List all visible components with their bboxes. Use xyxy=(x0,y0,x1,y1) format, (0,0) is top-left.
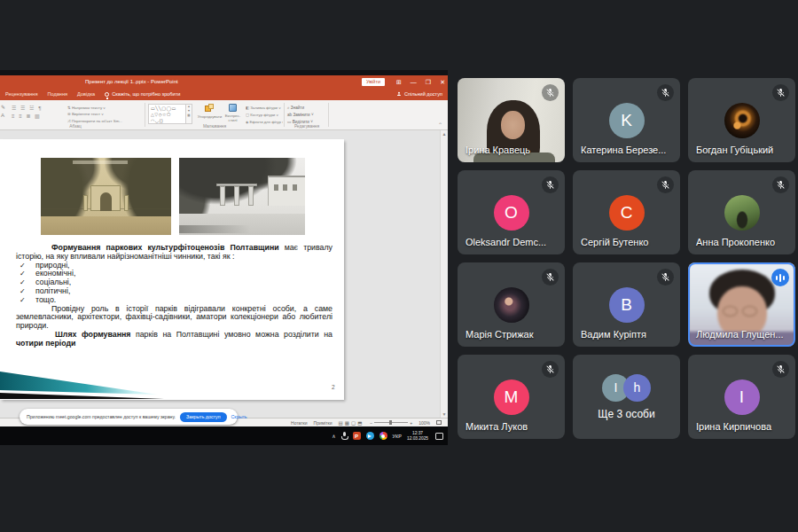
meet-call-window: Презент до лекції 1..pptx - PowerPoint У… xyxy=(0,0,798,532)
screen-share-notification: Приложению meet.google.com предоставлен … xyxy=(20,409,238,425)
powerpoint-menubar: Рецензування Подання Довідка Скажіть, що… xyxy=(0,88,448,100)
notes-button[interactable]: Нотатки xyxy=(291,420,307,426)
restore-icon[interactable]: ❐ xyxy=(426,79,431,85)
screen-share-tile: Презент до лекції 1..pptx - PowerPoint У… xyxy=(0,70,448,445)
language-indicator[interactable]: УКР xyxy=(393,434,402,439)
participant-name: Сергій Бутенко xyxy=(581,237,648,247)
shape-format-buttons[interactable]: ◧ Заливка фігури ˅ ▢ Контур фігури ˅ ◈ Е… xyxy=(246,105,283,125)
collapse-ribbon-icon[interactable]: ⌃ xyxy=(438,121,442,128)
tab-help[interactable]: Довідка xyxy=(77,91,95,97)
avatar: I xyxy=(724,379,760,415)
slide-photo-park-entrance xyxy=(179,158,305,235)
tellme-box[interactable]: Скажіть, що потрібно зробити xyxy=(105,91,180,97)
participant-tile[interactable]: Ірина Кравець xyxy=(458,78,565,162)
minimize-icon[interactable]: — xyxy=(411,79,417,85)
zoom-slider[interactable]: −+ xyxy=(370,420,412,426)
participant-tile[interactable]: B Вадим Куріптя xyxy=(573,262,680,347)
mic-off-icon xyxy=(772,176,789,193)
participant-name: Ірина Кравець xyxy=(466,145,530,155)
tray-powerpoint-icon[interactable]: P xyxy=(353,432,361,440)
participant-tile[interactable]: Марія Стрижак xyxy=(458,262,565,347)
paragraph-icons[interactable]: ☰ ☰ ☱ ¶≡ ≡ ≣ ▥ xyxy=(12,105,65,121)
avatar: C xyxy=(609,195,645,231)
participant-name: Катерина Березе... xyxy=(581,145,666,155)
participant-tile[interactable]: M Микита Луков xyxy=(458,355,565,439)
tray-browser-icon[interactable] xyxy=(379,432,387,440)
slide-photo-old-park-gate xyxy=(41,158,171,235)
tray-telegram-icon[interactable] xyxy=(366,432,374,440)
ribbon-left-icons[interactable]: ✎A xyxy=(1,104,5,120)
tab-view[interactable]: Подання xyxy=(47,91,67,97)
mic-off-icon xyxy=(542,84,559,101)
tray-mic-icon[interactable] xyxy=(341,432,348,440)
clock[interactable]: 12:3712.03.2025 xyxy=(407,431,428,441)
mic-off-icon xyxy=(542,176,559,193)
mic-off-icon xyxy=(657,84,674,101)
vertical-scrollbar[interactable]: ▲▼ xyxy=(440,130,448,418)
mic-off-icon xyxy=(657,176,674,193)
slide-body-text: Формування паркових культурфітоценозів П… xyxy=(16,244,332,348)
avatar-photo xyxy=(724,195,760,231)
lightbulb-icon xyxy=(105,92,109,97)
share-access-button[interactable]: Спільний доступ xyxy=(396,88,442,100)
window-title: Презент до лекції 1..pptx - PowerPoint xyxy=(85,79,178,84)
participants-grid: Ірина Кравець K Катерина Березе... Богда… xyxy=(458,78,795,439)
hide-notification-link[interactable]: Скрыть xyxy=(231,414,247,419)
participant-tile[interactable]: Анна Прокопенко xyxy=(688,170,795,254)
participant-tile[interactable]: K Катерина Березе... xyxy=(573,78,680,162)
participant-tile[interactable]: C Сергій Бутенко xyxy=(573,170,680,254)
mic-off-icon xyxy=(772,361,789,378)
participant-tile[interactable]: Богдан Губіцький xyxy=(688,78,795,162)
group-label-editing: Редагування xyxy=(284,124,330,129)
signin-button[interactable]: Увійти xyxy=(362,78,385,86)
participant-tile[interactable]: O Oleksandr Demc... xyxy=(458,170,565,254)
powerpoint-window: Презент до лекції 1..pptx - PowerPoint У… xyxy=(0,75,448,445)
speaking-indicator-icon xyxy=(771,269,789,286)
group-label-paragraph: Абзац xyxy=(53,124,98,129)
avatar-photo xyxy=(494,287,529,323)
participant-name: Вадим Куріптя xyxy=(581,329,646,340)
view-buttons[interactable]: ▤▦▢⬒ xyxy=(339,420,364,426)
participant-name: Марія Стрижак xyxy=(466,329,534,340)
slide-design-wedge xyxy=(0,372,164,400)
participant-name: Микита Луков xyxy=(466,421,528,432)
slide-canvas[interactable]: Формування паркових культурфітоценозів П… xyxy=(0,139,344,400)
avatar: B xyxy=(609,287,645,323)
mic-off-icon xyxy=(542,361,559,378)
arrange-button[interactable]: Упорядкувати xyxy=(196,104,223,119)
paragraph-buttons[interactable]: ⇅ Напрямок тексту ˅ ⊜ Вирівняти текст ˅ … xyxy=(67,105,145,124)
tray-expand-icon[interactable]: ∧ xyxy=(332,433,335,439)
zoom-level[interactable]: 100% xyxy=(419,420,430,426)
tab-review[interactable]: Рецензування xyxy=(5,91,37,97)
avatar: M xyxy=(494,379,529,415)
ribbon-options-icon[interactable]: ⊞ xyxy=(396,79,402,85)
participant-tile-speaking[interactable]: Людмила Глущен... xyxy=(688,262,795,347)
avatar: O xyxy=(494,195,529,231)
shapes-gallery[interactable]: ▭╲╲▢◯▭△▽◇☆⬠◠◡{}▲▼▦ xyxy=(148,104,192,124)
windows-taskbar: ∧ P УКР 12:3712.03.2025 xyxy=(0,426,448,445)
mic-off-icon xyxy=(657,269,674,286)
editing-buttons[interactable]: ⌕ Знайти ab Замінити ˅ ▭ Виділити ˅ xyxy=(287,105,325,125)
participant-name: Богдан Губіцький xyxy=(696,145,773,155)
participant-name: Людмила Глущен... xyxy=(696,329,784,340)
notification-text: Приложению meet.google.com предоставлен … xyxy=(27,414,176,419)
comments-button[interactable]: Примітки xyxy=(314,420,332,426)
participant-tile[interactable]: I Ірина Кирпичова xyxy=(688,355,795,439)
participant-name: Анна Прокопенко xyxy=(696,237,775,247)
more-participants-tile[interactable]: I h Ще 3 особи xyxy=(573,355,680,439)
avatar: K xyxy=(609,103,645,138)
slide-page-number: 2 xyxy=(332,384,335,390)
powerpoint-titlebar: Презент до лекції 1..pptx - PowerPoint У… xyxy=(0,75,448,88)
mic-off-icon xyxy=(772,84,789,101)
stop-sharing-button[interactable]: Закрыть доступ xyxy=(180,412,227,422)
avatar: h xyxy=(623,374,651,402)
slide-editor-area: Формування паркових культурфітоценозів П… xyxy=(0,130,448,418)
powerpoint-ribbon: ✎A ☰ ☰ ☱ ¶≡ ≡ ≣ ▥ ⇅ Напрямок тексту ˅ ⊜ … xyxy=(0,100,448,130)
close-icon[interactable]: ✕ xyxy=(440,79,445,85)
person-icon xyxy=(396,91,402,97)
fit-slide-icon[interactable] xyxy=(436,420,442,425)
quick-styles-button[interactable]: Експрес-стилі xyxy=(223,104,243,122)
action-center-icon[interactable] xyxy=(435,433,443,440)
participant-name: Ірина Кирпичова xyxy=(696,421,771,432)
more-participants-label: Ще 3 особи xyxy=(598,408,654,420)
